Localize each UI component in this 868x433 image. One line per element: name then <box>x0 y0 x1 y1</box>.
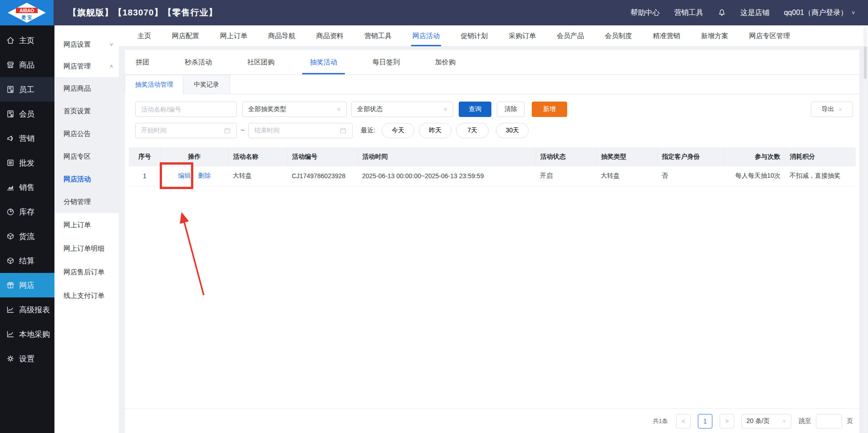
edit-link[interactable]: 编辑 <box>178 172 191 179</box>
activity-subtabs: 拼团 秒杀活动 社区团购 抽奖活动 每日签到 加价购 <box>125 50 859 75</box>
aibao-logo: AIBAO 爱 宝 <box>0 0 54 25</box>
menu-item-online-payment-orders[interactable]: 线上支付订单 <box>54 284 119 307</box>
tab-marketing-tools[interactable]: 营销工具 <box>364 25 392 46</box>
home-icon <box>6 36 15 45</box>
submenu-item-shop-goods[interactable]: 网店商品 <box>54 77 119 100</box>
menu-item-aftersale-orders[interactable]: 网店售后订单 <box>54 260 119 284</box>
activity-name-input[interactable] <box>136 102 236 117</box>
sidebar-item-advanced-reports[interactable]: 高级报表 <box>0 297 54 322</box>
submenu-item-distribution[interactable]: 分销管理 <box>54 190 119 213</box>
quick-range-30days[interactable]: 30天 <box>496 123 529 138</box>
svg-text:爱 宝: 爱 宝 <box>21 15 32 20</box>
add-button[interactable]: 新增 <box>532 102 567 117</box>
sidebar-item-online-shop[interactable]: 网店 <box>0 273 54 297</box>
pagination-bar: 共1条 < 1 > 20 条/页 ∨ 跳至 页 <box>125 409 859 433</box>
marketing-tools-link[interactable]: 营销工具 <box>674 8 703 18</box>
area-chart-icon <box>6 183 15 192</box>
quick-range-today[interactable]: 今天 <box>382 123 414 138</box>
submenu-item-homepage-settings[interactable]: 首页设置 <box>54 100 119 122</box>
status-select[interactable]: 全部状态 ∨ <box>351 102 453 117</box>
lottery-card-tabs: 抽奖活动管理 中奖记录 <box>125 75 859 94</box>
table-header-row: 序号 操作 活动名称 活动编号 活动时间 活动状态 抽奖类型 指定客户身份 参与… <box>129 147 856 166</box>
account-menu[interactable]: qq001（商户登录） ∨ <box>784 8 855 18</box>
scrollbar-thumb[interactable] <box>864 46 867 79</box>
primary-sidebar: 主页 商品 员工 会员 营销 批发 销售 库存 货流 结算 网店 高级 <box>0 25 54 433</box>
lottery-type-select[interactable]: 全部抽奖类型 ∨ <box>242 102 347 117</box>
tab-goods-info[interactable]: 商品资料 <box>316 25 343 46</box>
activity-table-wrap: 序号 操作 活动名称 活动编号 活动时间 活动状态 抽奖类型 指定客户身份 参与… <box>129 147 856 186</box>
sidebar-item-settings[interactable]: 设置 <box>0 346 54 371</box>
cell-index: 1 <box>129 166 161 186</box>
subtab-community-buy[interactable]: 社区团购 <box>247 50 275 74</box>
topbar: AIBAO 爱 宝 【旗舰版】【183070】【零售行业】 帮助中心 营销工具 … <box>0 0 868 25</box>
menu-group-shop-management[interactable]: 网店管理 ∧ <box>54 55 119 77</box>
subtab-addon-purchase[interactable]: 加价购 <box>435 50 456 74</box>
notification-bell-icon[interactable] <box>718 9 726 17</box>
quick-range-yesterday[interactable]: 昨天 <box>419 123 451 138</box>
recent-label: 最近: <box>361 126 375 135</box>
subtab-group-buy[interactable]: 拼团 <box>136 50 149 74</box>
cell-actions: 编辑 删除 <box>161 166 228 186</box>
sidebar-item-local-purchase[interactable]: 本地采购 <box>0 322 54 346</box>
menu-item-online-order-details[interactable]: 网上订单明细 <box>54 237 119 260</box>
cell-participation-times: 每人每天抽10次 <box>724 166 785 186</box>
menu-group-shop-settings[interactable]: 网店设置 ∨ <box>54 34 119 55</box>
tab-new-plan[interactable]: 新增方案 <box>701 25 728 46</box>
activity-table: 序号 操作 活动名称 活动编号 活动时间 活动状态 抽奖类型 指定客户身份 参与… <box>129 147 856 186</box>
end-date-input[interactable]: 结束时间 <box>248 123 353 138</box>
tab-shop-zone-mgmt[interactable]: 网店专区管理 <box>749 25 790 46</box>
delete-link[interactable]: 删除 <box>198 172 211 179</box>
tab-member-system[interactable]: 会员制度 <box>605 25 632 46</box>
sidebar-item-home[interactable]: 主页 <box>0 28 54 53</box>
sidebar-item-members[interactable]: 会员 <box>0 102 54 126</box>
sidebar-item-sales[interactable]: 销售 <box>0 175 54 199</box>
prev-page-button[interactable]: < <box>676 414 691 428</box>
cardtab-lottery-management[interactable]: 抽奖活动管理 <box>125 75 183 94</box>
sidebar-item-wholesale[interactable]: 批发 <box>0 151 54 175</box>
sidebar-item-goods[interactable]: 商品 <box>0 53 54 77</box>
menu-item-online-orders[interactable]: 网上订单 <box>54 213 119 237</box>
tab-home[interactable]: 主页 <box>137 25 151 46</box>
subtab-daily-checkin[interactable]: 每日签到 <box>373 50 400 74</box>
package-icon <box>6 232 15 241</box>
settlement-box-icon <box>6 256 15 265</box>
page-size-select[interactable]: 20 条/页 ∨ <box>741 414 791 428</box>
tab-promo-plan[interactable]: 促销计划 <box>461 25 488 46</box>
shop-management-submenu: 网店商品 首页设置 网店公告 网店专区 网店活动 分销管理 <box>54 77 119 213</box>
tab-precision-marketing[interactable]: 精准营销 <box>653 25 680 46</box>
tab-goods-nav[interactable]: 商品导航 <box>268 25 295 46</box>
help-center-link[interactable]: 帮助中心 <box>631 8 660 18</box>
tab-purchase-orders[interactable]: 采购订单 <box>509 25 536 46</box>
start-date-input[interactable]: 开始时间 <box>135 123 237 138</box>
subtab-lottery[interactable]: 抽奖活动 <box>310 50 337 74</box>
gift-icon <box>6 281 15 290</box>
submenu-item-shop-activities[interactable]: 网店活动 <box>54 168 119 190</box>
content-panel: 拼团 秒杀活动 社区团购 抽奖活动 每日签到 加价购 抽奖活动管理 中奖记录 全… <box>125 50 859 433</box>
filter-area: 全部抽奖类型 ∨ 全部状态 ∨ 查询 清除 新增 导出 ∨ 开始时间 <box>125 94 859 138</box>
current-page-button[interactable]: 1 <box>698 414 712 428</box>
shop-name[interactable]: 这是店铺 <box>740 8 770 18</box>
export-button[interactable]: 导出 ∨ <box>811 102 853 117</box>
sidebar-item-inventory[interactable]: 库存 <box>0 199 54 224</box>
next-page-button[interactable]: > <box>720 414 734 428</box>
cardtab-winning-records[interactable]: 中奖记录 <box>183 75 230 94</box>
quick-range-7days[interactable]: 7天 <box>456 123 489 138</box>
search-button[interactable]: 查询 <box>459 102 491 117</box>
submenu-item-shop-zone[interactable]: 网店专区 <box>54 145 119 168</box>
tab-online-orders[interactable]: 网上订单 <box>220 25 247 46</box>
secondary-sidebar: 网店设置 ∨ 网店管理 ∧ 网店商品 首页设置 网店公告 网店专区 网店活动 分… <box>54 25 119 433</box>
tab-shop-activities[interactable]: 网店活动 <box>412 25 440 46</box>
jump-page-input[interactable] <box>816 414 842 428</box>
subtab-flash-sale[interactable]: 秒杀活动 <box>185 50 212 74</box>
sidebar-item-marketing[interactable]: 营销 <box>0 126 54 151</box>
purchase-chart-icon <box>6 330 15 339</box>
sidebar-item-staff[interactable]: 员工 <box>0 77 54 102</box>
window-title: 【旗舰版】【183070】【零售行业】 <box>68 7 217 19</box>
clear-button[interactable]: 清除 <box>497 102 525 117</box>
sidebar-item-logistics[interactable]: 货流 <box>0 224 54 248</box>
tab-shop-config[interactable]: 网店配置 <box>172 25 199 46</box>
sidebar-item-settlement[interactable]: 结算 <box>0 248 54 273</box>
scrollbar-track[interactable] <box>863 27 867 431</box>
tab-member-products[interactable]: 会员产品 <box>557 25 584 46</box>
submenu-item-shop-notice[interactable]: 网店公告 <box>54 122 119 145</box>
